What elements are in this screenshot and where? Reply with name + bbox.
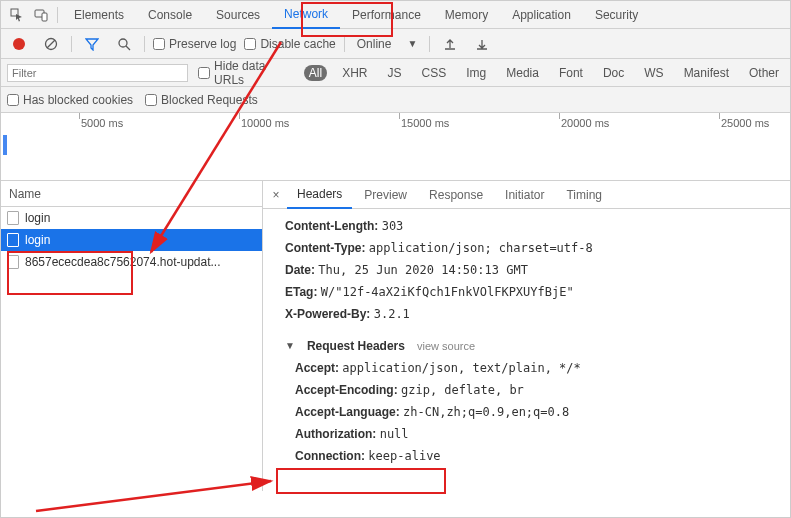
preserve-log-checkbox[interactable]: Preserve log [153,37,236,51]
filter-bar: Hide data URLs All XHR JS CSS Img Media … [1,59,790,87]
inspect-icon[interactable] [5,3,29,27]
timeline-tick: 25000 ms [721,117,769,129]
filter-ws[interactable]: WS [639,65,668,81]
header-key: Accept-Language: [295,405,400,419]
request-name: login [25,233,50,247]
clear-icon[interactable] [39,32,63,56]
tab-network[interactable]: Network [272,1,340,29]
download-har-icon[interactable] [470,32,494,56]
devtools-top-bar: Elements Console Sources Network Perform… [1,1,790,29]
filter-doc[interactable]: Doc [598,65,629,81]
network-toolbar: Preserve log Disable cache Online▼ [1,29,790,59]
request-row[interactable]: login [1,229,262,251]
request-row[interactable]: 8657ececdea8c7562074.hot-updat... [1,251,262,273]
svg-line-4 [47,40,55,48]
header-value: Thu, 25 Jun 2020 14:50:13 GMT [318,263,528,277]
header-key: Accept-Encoding: [295,383,398,397]
tab-memory[interactable]: Memory [433,1,500,29]
filter-input[interactable] [7,64,188,82]
network-split-view: Name loginlogin8657ececdea8c7562074.hot-… [1,181,790,491]
blocked-requests-label: Blocked Requests [161,93,258,107]
tab-performance[interactable]: Performance [340,1,433,29]
tab-application[interactable]: Application [500,1,583,29]
disable-cache-checkbox[interactable]: Disable cache [244,37,335,51]
request-name: login [25,211,50,225]
detail-tab-initiator[interactable]: Initiator [495,181,554,209]
header-key: Authorization: [295,427,376,441]
file-icon [7,211,19,225]
file-icon [7,255,19,269]
has-blocked-cookies-checkbox[interactable]: Has blocked cookies [7,93,133,107]
hide-data-urls-label: Hide data URLs [214,59,294,87]
timeline-tick: 10000 ms [241,117,289,129]
disclosure-triangle-icon: ▼ [285,335,295,357]
header-row: Connection: keep-alive [295,445,780,467]
header-key: Accept: [295,361,339,375]
header-key: Content-Length: [285,219,378,233]
filter-icon[interactable] [80,32,104,56]
filter-other[interactable]: Other [744,65,784,81]
upload-har-icon[interactable] [438,32,462,56]
tab-elements[interactable]: Elements [62,1,136,29]
filter-font[interactable]: Font [554,65,588,81]
header-value: keep-alive [368,449,440,463]
header-row: Authorization: null [295,423,780,445]
close-details-icon[interactable]: × [267,188,285,202]
filter-css[interactable]: CSS [417,65,452,81]
header-key: ETag: [285,285,317,299]
header-value: gzip, deflate, br [401,383,524,397]
detail-tabs: × Headers Preview Response Initiator Tim… [263,181,790,209]
header-row: Accept: application/json, text/plain, */… [295,357,780,379]
header-row: X-Powered-By: 3.2.1 [285,303,780,325]
hide-data-urls-checkbox[interactable]: Hide data URLs [198,59,294,87]
headers-panel[interactable]: Content-Length: 303Content-Type: applica… [263,209,790,491]
svg-rect-2 [42,13,47,21]
header-value: application/json; charset=utf-8 [369,241,593,255]
filter-js[interactable]: JS [383,65,407,81]
header-value: 3.2.1 [374,307,410,321]
file-icon [7,233,19,247]
header-key: Connection: [295,449,365,463]
header-row: Date: Thu, 25 Jun 2020 14:50:13 GMT [285,259,780,281]
tab-sources[interactable]: Sources [204,1,272,29]
detail-tab-timing[interactable]: Timing [556,181,612,209]
request-details: × Headers Preview Response Initiator Tim… [263,181,790,491]
search-icon[interactable] [112,32,136,56]
filter-media[interactable]: Media [501,65,544,81]
preserve-log-label: Preserve log [169,37,236,51]
view-source-link[interactable]: view source [417,335,475,357]
record-button[interactable] [7,32,31,56]
header-key: Content-Type: [285,241,365,255]
header-value: application/json, text/plain, */* [342,361,580,375]
device-toggle-icon[interactable] [29,3,53,27]
detail-tab-headers[interactable]: Headers [287,181,352,209]
requests-name-header[interactable]: Name [1,181,262,207]
panel-tabs: Elements Console Sources Network Perform… [62,1,650,29]
filter-xhr[interactable]: XHR [337,65,372,81]
has-blocked-cookies-label: Has blocked cookies [23,93,133,107]
filter-manifest[interactable]: Manifest [679,65,734,81]
header-row: Accept-Language: zh-CN,zh;q=0.9,en;q=0.8 [295,401,780,423]
request-headers-section[interactable]: ▼ Request Headers view source [285,335,780,357]
detail-tab-response[interactable]: Response [419,181,493,209]
tab-console[interactable]: Console [136,1,204,29]
blocked-requests-checkbox[interactable]: Blocked Requests [145,93,258,107]
timeline-tick: 20000 ms [561,117,609,129]
header-row: Content-Type: application/json; charset=… [285,237,780,259]
filter-img[interactable]: Img [461,65,491,81]
header-value: W/"12f-4aX2iKfQch1FnkVOlFKPXUYfBjE" [321,285,574,299]
header-value: 303 [382,219,404,233]
timeline-bar [3,135,7,155]
filter-all[interactable]: All [304,65,327,81]
tab-security[interactable]: Security [583,1,650,29]
request-row[interactable]: login [1,207,262,229]
detail-tab-preview[interactable]: Preview [354,181,417,209]
header-key: X-Powered-By: [285,307,370,321]
header-row: ETag: W/"12f-4aX2iKfQch1FnkVOlFKPXUYfBjE… [285,281,780,303]
throttling-select[interactable]: Online▼ [353,37,422,51]
header-value: null [380,427,409,441]
request-name: 8657ececdea8c7562074.hot-updat... [25,255,221,269]
timeline-overview[interactable]: 5000 ms 10000 ms 15000 ms 20000 ms 25000… [1,113,790,181]
disable-cache-label: Disable cache [260,37,335,51]
extra-filter-bar: Has blocked cookies Blocked Requests [1,87,790,113]
